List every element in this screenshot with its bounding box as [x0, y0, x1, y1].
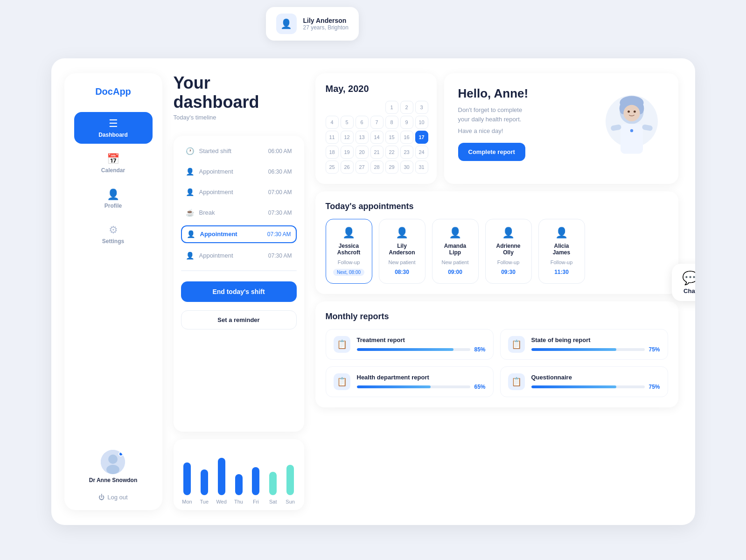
patient-avatar-icon: 👤: [276, 14, 297, 34]
report-item-treatment[interactable]: 📋 Treatment report 85%: [326, 329, 494, 360]
cal-day-16[interactable]: 16: [400, 131, 413, 144]
appt-icon-5: 👤: [186, 252, 195, 260]
timeline-time-3: 07:30 AM: [268, 210, 292, 216]
cal-day-20[interactable]: 20: [356, 146, 369, 159]
progress-bg-treatment: [357, 348, 471, 351]
cal-day-27[interactable]: 27: [356, 161, 369, 174]
timeline-label-5: Appointment: [199, 252, 264, 259]
cal-day-2[interactable]: 2: [400, 101, 413, 114]
appointment-item-3[interactable]: 👤 AdrienneOlly Follow-up 09:30: [485, 219, 532, 284]
set-reminder-button[interactable]: Set a reminder: [181, 310, 297, 329]
cal-day-7[interactable]: 7: [370, 116, 383, 129]
report-icon-questionnaire: 📋: [508, 373, 525, 390]
complete-report-button[interactable]: Complete report: [458, 143, 525, 161]
cal-day-13[interactable]: 13: [356, 131, 369, 144]
bar-4: [252, 467, 259, 495]
dashboard-title: Your dashboard: [174, 73, 304, 112]
progress-bg-health_dept: [357, 385, 471, 388]
bar-day-0: Mon: [181, 499, 194, 504]
bar-0: [183, 462, 191, 495]
bar-chart-bars: [181, 448, 297, 495]
cal-day-28[interactable]: 28: [370, 161, 383, 174]
cal-day-17[interactable]: 17: [415, 131, 428, 144]
cal-day-11[interactable]: 11: [326, 131, 339, 144]
svg-point-9: [627, 110, 630, 112]
appt-next-label-0: Next, 08:00: [333, 269, 364, 276]
sidebar-item-profile[interactable]: 👤 Profile: [74, 183, 153, 215]
report-info-health_dept: Health department report 65%: [357, 374, 486, 390]
cal-day-6[interactable]: 6: [356, 116, 369, 129]
timeline-time-5: 07:30 AM: [268, 252, 292, 259]
cal-day-8[interactable]: 8: [385, 116, 398, 129]
cal-day-24[interactable]: 24: [415, 146, 428, 159]
report-item-health_dept[interactable]: 📋 Health department report 65%: [326, 366, 494, 397]
bar-day-1: Tue: [198, 499, 210, 504]
end-shift-button[interactable]: End today's shift: [181, 281, 297, 302]
appointments-card: Today's appointments 👤 JessicaAshcroft F…: [315, 191, 678, 294]
sidebar-item-calendar[interactable]: 📅 Calendar: [74, 147, 153, 179]
sidebar-item-dashboard[interactable]: ☰ Dashboard: [74, 112, 153, 144]
cal-day-30[interactable]: 30: [400, 161, 413, 174]
cal-day-9[interactable]: 9: [400, 116, 413, 129]
appt-name-2: AmandaLipp: [444, 243, 466, 256]
cal-day-31[interactable]: 31: [415, 161, 428, 174]
timeline-time-0: 06:00 AM: [268, 148, 292, 154]
appt-time-3: 09:30: [501, 269, 516, 275]
cal-day-26[interactable]: 26: [341, 161, 354, 174]
bar-group-3: [232, 474, 245, 495]
timeline-item-4: 👤 Appointment 07:30 AM: [181, 225, 297, 243]
timeline-item-2: 👤 Appointment 07:00 AM: [181, 184, 297, 200]
cal-day-12[interactable]: 12: [341, 131, 354, 144]
appointment-item-2[interactable]: 👤 AmandaLipp New patient 09:00: [432, 219, 479, 284]
bar-day-2: Wed: [215, 499, 228, 504]
greeting-title: Hello, Anne!: [458, 86, 576, 101]
progress-fill-questionnaire: [531, 385, 617, 388]
report-icon-treatment: 📋: [334, 336, 350, 353]
cal-day-23[interactable]: 23: [400, 146, 413, 159]
cal-day-15[interactable]: 15: [385, 131, 398, 144]
appointment-item-1[interactable]: 👤 LilyAnderson New patient 08:30: [379, 219, 425, 284]
svg-point-12: [630, 129, 633, 132]
sidebar-item-settings[interactable]: ⚙ Settings: [74, 218, 153, 250]
appt-type-4: Follow-up: [551, 259, 573, 265]
logout-icon: ⏻: [98, 494, 105, 501]
cal-day-25[interactable]: 25: [326, 161, 339, 174]
chat-label: Chat: [683, 287, 695, 294]
appt-type-0: Follow-up: [338, 259, 360, 265]
cal-day-10[interactable]: 10: [415, 116, 428, 129]
appointment-item-4[interactable]: 👤 AliciaJames Follow-up 11:30: [538, 219, 585, 284]
bar-day-3: Thu: [232, 499, 245, 504]
user-avatar: [101, 450, 125, 474]
logout-button[interactable]: ⏻ Log out: [98, 494, 127, 501]
chat-fab[interactable]: 💬 Chat: [672, 264, 695, 301]
cal-day-1[interactable]: 1: [385, 101, 398, 114]
bar-2: [218, 458, 225, 495]
profile-icon: 👤: [107, 189, 119, 201]
appt-avatar-1: 👤: [396, 227, 408, 239]
cal-day-29[interactable]: 29: [385, 161, 398, 174]
cal-day-22[interactable]: 22: [385, 146, 398, 159]
cal-empty-0: [326, 101, 339, 114]
timeline-time-2: 07:00 AM: [268, 189, 292, 196]
bar-group-4: [250, 467, 262, 495]
appt-avatar-4: 👤: [555, 227, 568, 239]
bar-day-5: Sat: [267, 499, 279, 504]
report-item-questionnaire[interactable]: 📋 Questionnaire 75%: [500, 366, 668, 397]
calendar-month: May, 2020: [326, 84, 426, 94]
cal-day-14[interactable]: 14: [370, 131, 383, 144]
report-item-state_of_being[interactable]: 📋 State of being report 75%: [500, 329, 668, 360]
report-info-state_of_being: State of being report 75%: [531, 336, 660, 353]
sidebar-item-label-settings: Settings: [102, 238, 124, 245]
cal-day-3[interactable]: 3: [415, 101, 428, 114]
reports-title: Monthly reports: [326, 312, 668, 322]
cal-day-4[interactable]: 4: [326, 116, 339, 129]
appointment-item-0[interactable]: 👤 JessicaAshcroft Follow-up Next, 08:00: [326, 219, 372, 284]
patient-details: 27 years, Brighton: [303, 24, 349, 31]
cal-day-19[interactable]: 19: [341, 146, 354, 159]
cal-day-5[interactable]: 5: [341, 116, 354, 129]
cal-day-18[interactable]: 18: [326, 146, 339, 159]
cal-day-21[interactable]: 21: [370, 146, 383, 159]
svg-rect-11: [621, 124, 643, 154]
appt-icon-1: 👤: [186, 168, 195, 176]
timeline-item-3: ☕ Break 07:30 AM: [181, 205, 297, 221]
